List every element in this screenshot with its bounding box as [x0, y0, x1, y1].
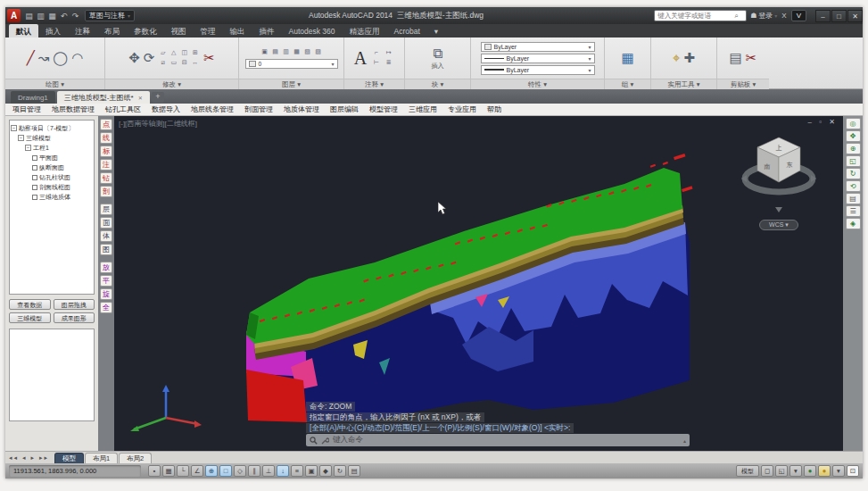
workspace-switch-button[interactable]: ▾ [832, 465, 845, 477]
model-3d-button[interactable]: 三维模型 [9, 312, 51, 323]
redo-icon[interactable]: ↷ [70, 12, 81, 21]
layer-tool-grid[interactable]: ▣▤▥▦▧▨ [260, 48, 323, 57]
ribbon-tab-plugins[interactable]: 插件 [252, 24, 282, 37]
collapse-icon[interactable]: − [25, 145, 31, 151]
panel-modify-label[interactable]: 修改 ▾ [105, 79, 238, 89]
menu-item-9[interactable]: 三维应用 [403, 104, 442, 114]
checkbox[interactable] [32, 175, 37, 180]
search-input[interactable] [657, 12, 734, 20]
line-tool-icon[interactable]: ╱ [27, 50, 35, 66]
otrack-toggle[interactable]: ∥ [248, 465, 260, 477]
nav-menu-button[interactable]: ☰ [846, 205, 861, 217]
nav-list-button[interactable]: ▤ [846, 193, 861, 204]
collapse-icon[interactable]: − [18, 135, 24, 141]
menu-item-0[interactable]: 项目管理 [7, 104, 46, 114]
ribbon-tab-acrobat[interactable]: Acrobat [386, 24, 426, 37]
tree-leaf-1[interactable]: 纵断面图 [11, 162, 93, 172]
erase-tool-icon[interactable]: ✂ [203, 50, 215, 66]
drawing-viewport[interactable]: [-][西南等轴测][二维线框] – ▫ ✕ [114, 116, 843, 451]
modify-tool-grid[interactable]: ▱△◫⊞ ⧄▭⊟↔ [158, 49, 200, 68]
rotate-tool-icon[interactable]: ⟳ [144, 50, 155, 66]
project-tree[interactable]: − 勘察项目〔7-模型〕 − 三维模型 − 工程1 平面图 纵断面图 [9, 120, 95, 295]
tree-leaf-2[interactable]: 钻孔柱状图 [11, 172, 93, 182]
file-tab-active[interactable]: 三维地质模型-主图纸* ✕ [57, 91, 150, 104]
tool-note-button[interactable]: 注 [100, 159, 112, 171]
quick-select-icon[interactable]: ✚ [683, 50, 695, 66]
layout-nav-arrows[interactable]: ◂◂ ◂ ▸ ▸▸ [9, 454, 49, 462]
tool-extents-button[interactable]: 全 [100, 302, 112, 313]
close-button[interactable]: ✕ [847, 10, 863, 22]
restore-button[interactable]: □ [831, 10, 847, 22]
tool-surface-button[interactable]: 面 [100, 217, 112, 229]
menu-item-4[interactable]: 地层线条管理 [186, 104, 239, 114]
arc-tool-icon[interactable]: ◠ [71, 50, 83, 66]
tool-section-button[interactable]: 剖 [100, 186, 112, 197]
group-tool-icon[interactable]: ▦ [621, 50, 633, 66]
clean-screen-button[interactable]: ⊡ [847, 465, 859, 477]
panel-block-label[interactable]: 块 ▾ [405, 79, 470, 89]
dynamic-ucs-toggle[interactable]: ⊥ [262, 465, 275, 477]
nav-orbit-button[interactable]: ↻ [846, 168, 861, 179]
tool-layer-button[interactable]: 层 [100, 204, 112, 215]
tree-leaf-4[interactable]: 三维地质体 [11, 192, 93, 202]
wrench-icon[interactable] [321, 437, 329, 445]
tree-root[interactable]: − 勘察项目〔7-模型〕 [11, 123, 93, 133]
nav-back-button[interactable]: ⟲ [846, 180, 861, 192]
ribbon-tab-insert[interactable]: 插入 [38, 24, 68, 37]
model-space-button[interactable]: 模型 [736, 465, 759, 477]
ribbon-tab-home[interactable]: 默认 [9, 24, 38, 37]
autocad-logo-icon[interactable]: A [7, 9, 21, 22]
tool-orbit-button[interactable]: 旋 [100, 288, 112, 300]
infer-constraints-toggle[interactable]: ▪ [148, 465, 161, 477]
ribbon-tab-featured-apps[interactable]: 精选应用 [342, 24, 386, 37]
autoscale-button[interactable]: ● [818, 465, 831, 477]
tool-pan-button[interactable]: 平 [100, 275, 112, 287]
layer-dropdown[interactable]: 0▾ [245, 59, 338, 69]
nav-pan-button[interactable]: ✥ [846, 130, 861, 142]
help-search[interactable]: ⌕ [654, 10, 747, 21]
tool-drawing-button[interactable]: 图 [100, 244, 112, 255]
menu-item-2[interactable]: 钻孔工具区 [100, 104, 146, 114]
menu-item-3[interactable]: 数据导入 [146, 104, 186, 114]
text-tool-icon[interactable]: A [354, 48, 367, 69]
annotation-scale-button[interactable]: ▾ [789, 465, 802, 477]
undo-icon[interactable]: ↶ [58, 12, 70, 21]
minimize-button[interactable]: – [815, 10, 831, 22]
selection-cycling-toggle[interactable]: ↻ [334, 465, 346, 477]
tool-solid-button[interactable]: 体 [100, 230, 112, 242]
menu-item-10[interactable]: 专业应用 [442, 104, 482, 114]
ortho-toggle[interactable]: ∠ [191, 465, 203, 477]
measure-tool-icon[interactable]: ⌖ [673, 50, 680, 66]
command-options[interactable]: [全部(A)/中心(C)/动态(D)/范围(E)/上一个(P)/比例(S)/窗口… [306, 423, 574, 433]
panel-utilities-label[interactable]: 实用工具 ▾ [651, 79, 716, 89]
tree-node-model[interactable]: − 三维模型 [11, 133, 93, 143]
tree-node-project[interactable]: − 工程1 [11, 143, 93, 153]
panel-annotation-label[interactable]: 注释 ▾ [344, 79, 404, 89]
file-tab-drawing1[interactable]: Drawing1 [11, 91, 55, 104]
dimension-tools[interactable]: ⌐↦⊢≣ [370, 49, 394, 68]
nav-full-button[interactable]: ◎ [846, 118, 861, 129]
layer-drag-button[interactable]: 图层拖拽 [54, 299, 95, 310]
ribbon-tab-autodesk360[interactable]: Autodesk 360 [282, 24, 343, 37]
tool-line-button[interactable]: 线 [100, 132, 112, 144]
panel-draw-label[interactable]: 绘图 ▾ [5, 79, 104, 89]
checkbox[interactable] [32, 195, 37, 200]
linetype-dropdown[interactable]: ByLayer▾ [481, 54, 595, 63]
menu-item-8[interactable]: 模型管理 [364, 104, 403, 114]
tab-model[interactable]: 模型 [54, 453, 84, 463]
grid-toggle[interactable]: └ [177, 465, 189, 477]
tree-leaf-3[interactable]: 剖面线框图 [11, 182, 93, 192]
lineweight-dropdown[interactable]: ByLayer▾ [481, 65, 595, 75]
result-list-box[interactable] [9, 329, 95, 421]
menu-item-11[interactable]: 帮助 [482, 104, 507, 114]
polar-toggle[interactable]: ⊕ [205, 465, 218, 477]
panel-clipboard-label[interactable]: 剪贴板 ▾ [717, 79, 769, 89]
tab-layout2[interactable]: 布局2 [119, 453, 152, 463]
quick-view-layouts-button[interactable]: ◻ [761, 465, 773, 477]
nav-window-button[interactable]: ◱ [846, 155, 861, 167]
ribbon-tab-annotate[interactable]: 注释 [68, 24, 97, 37]
panel-layers-label[interactable]: 图层 ▾ [239, 79, 343, 89]
communication-center-badge[interactable]: V [791, 10, 806, 21]
checkbox[interactable] [32, 185, 37, 190]
tree-leaf-0[interactable]: 平面图 [11, 153, 93, 162]
